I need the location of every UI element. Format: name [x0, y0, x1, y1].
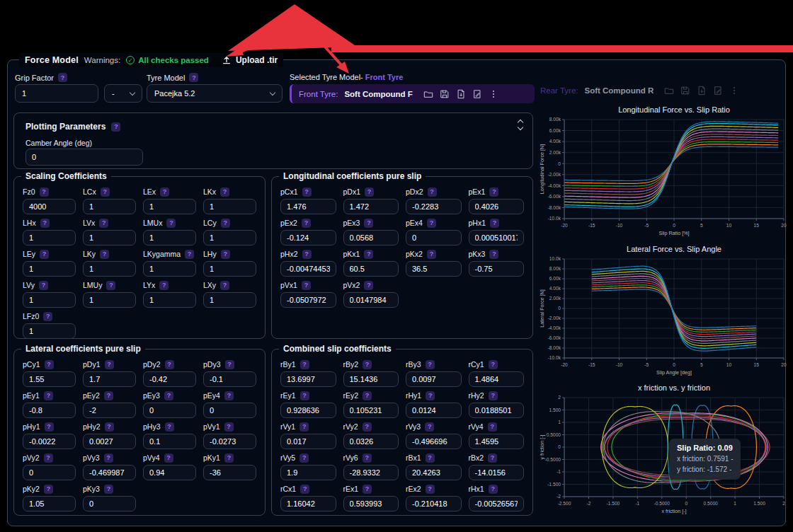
coefficient-input-pKx3[interactable]	[469, 261, 525, 277]
coefficient-input-rEx1[interactable]	[343, 496, 399, 511]
help-badge[interactable]: ?	[165, 422, 174, 432]
help-badge[interactable]: ?	[302, 187, 312, 197]
coefficient-input-LEx[interactable]	[143, 199, 196, 214]
coefficient-input-pDy1[interactable]	[83, 371, 136, 387]
help-badge[interactable]: ?	[428, 187, 437, 197]
coefficient-input-pKy2[interactable]	[23, 496, 76, 511]
coefficient-input-pDx1[interactable]	[343, 199, 399, 214]
folder-open-icon[interactable]	[664, 86, 674, 96]
help-badge[interactable]: ?	[166, 219, 176, 228]
coefficient-input-pEy2[interactable]	[83, 403, 136, 418]
coefficient-input-pHy2[interactable]	[83, 434, 136, 449]
coefficient-input-pCy1[interactable]	[23, 371, 76, 387]
coefficient-input-pVx1[interactable]	[280, 292, 336, 308]
coefficient-input-LKygamma[interactable]	[143, 261, 196, 277]
help-badge[interactable]: ?	[427, 250, 436, 259]
grip-unit-select[interactable]: -	[104, 84, 142, 103]
help-badge[interactable]: ?	[426, 453, 435, 463]
help-badge[interactable]: ?	[489, 485, 498, 494]
coefficient-input-rBy3[interactable]	[406, 371, 462, 387]
coefficient-input-pEx1[interactable]	[469, 199, 525, 214]
help-badge[interactable]: ?	[224, 422, 234, 432]
coefficient-input-LMUx[interactable]	[143, 230, 196, 245]
coefficient-input-pKx2[interactable]	[406, 261, 462, 277]
help-badge[interactable]: ?	[40, 250, 49, 259]
file-export-icon[interactable]	[456, 89, 466, 99]
coefficient-input-LCx[interactable]	[83, 199, 136, 214]
coefficient-input-pHy1[interactable]	[23, 434, 76, 449]
help-badge[interactable]: ?	[160, 187, 169, 197]
help-badge[interactable]: ?	[104, 391, 113, 400]
help-badge[interactable]: ?	[165, 360, 174, 369]
help-badge[interactable]: ?	[45, 422, 54, 432]
help-badge[interactable]: ?	[105, 422, 114, 432]
tyre-model-select[interactable]: Pacejka 5.2	[147, 84, 283, 103]
help-badge[interactable]: ?	[44, 391, 53, 400]
help-badge[interactable]: ?	[364, 281, 373, 290]
coefficient-input-pEx2[interactable]	[280, 230, 336, 245]
help-badge[interactable]: ?	[224, 453, 234, 463]
coefficient-input-pEx3[interactable]	[343, 230, 399, 245]
help-badge[interactable]: ?	[300, 391, 309, 400]
coefficient-input-pVy2[interactable]	[23, 465, 76, 480]
help-badge[interactable]: ?	[299, 422, 309, 432]
help-badge[interactable]: ?	[106, 281, 115, 290]
help-badge[interactable]: ?	[164, 453, 173, 463]
coefficient-input-LVx[interactable]	[83, 230, 136, 245]
coefficient-input-rEx2[interactable]	[406, 496, 462, 511]
coefficient-input-pEy4[interactable]	[203, 403, 256, 418]
help-badge[interactable]: ?	[300, 360, 309, 369]
help-badge[interactable]: ?	[427, 219, 436, 228]
help-badge[interactable]: ?	[164, 391, 173, 400]
coefficient-input-pHx1[interactable]	[469, 230, 525, 245]
coefficient-input-LKy[interactable]	[83, 261, 136, 277]
help-badge[interactable]: ?	[426, 360, 435, 369]
file-edit-icon[interactable]	[472, 89, 482, 99]
help-badge[interactable]: ?	[220, 187, 229, 197]
help-badge[interactable]: ?	[44, 485, 53, 494]
coefficient-input-pKx1[interactable]	[343, 261, 399, 277]
chart-svg[interactable]: x friction vs. y friction-2.500-2-1.500-…	[537, 382, 788, 521]
help-badge[interactable]: ?	[489, 187, 498, 197]
coefficient-input-pDx2[interactable]	[406, 199, 462, 214]
help-badge[interactable]: ?	[299, 453, 309, 463]
help-badge[interactable]: ?	[426, 485, 435, 494]
coefficient-input-pCx1[interactable]	[280, 199, 336, 214]
coefficient-input-pVy3[interactable]	[83, 465, 136, 480]
coefficient-input-LFz0[interactable]	[23, 323, 76, 339]
help-badge[interactable]: ?	[364, 219, 373, 228]
help-badge[interactable]: ?	[99, 219, 108, 228]
coefficient-input-pDy3[interactable]	[203, 371, 256, 387]
collapse-toggle-icon[interactable]	[518, 120, 523, 129]
help-badge[interactable]: ?	[40, 219, 50, 228]
upload-tir-button[interactable]: Upload .tir	[222, 55, 278, 65]
help-badge[interactable]: ?	[489, 360, 498, 369]
chart-lateral-force[interactable]: Lateral Force vs. Slip Angle-20-15-10-50…	[537, 243, 788, 383]
coefficient-input-rBy1[interactable]	[280, 371, 336, 387]
help-badge[interactable]: ?	[225, 360, 234, 369]
help-badge[interactable]: ?	[488, 422, 497, 432]
coefficient-input-LHy[interactable]	[203, 261, 256, 277]
help-badge[interactable]: ?	[364, 250, 373, 259]
help-badge[interactable]: ?	[489, 250, 498, 259]
coefficient-input-LEy[interactable]	[23, 261, 76, 277]
coefficient-input-LKx[interactable]	[203, 199, 256, 214]
coefficient-input-rEy1[interactable]	[280, 403, 336, 418]
help-badge[interactable]: ?	[221, 219, 230, 228]
help-badge[interactable]: ?	[302, 281, 311, 290]
chart-svg[interactable]: Lateral Force vs. Slip Angle-20-15-10-50…	[537, 243, 788, 382]
coefficient-input-Fz0[interactable]	[23, 199, 76, 214]
help-badge[interactable]: ?	[220, 281, 229, 290]
help-badge[interactable]: ?	[43, 312, 52, 321]
coefficient-input-pEx4[interactable]	[406, 230, 462, 245]
coefficient-input-rBx1[interactable]	[406, 465, 462, 480]
file-edit-icon[interactable]	[713, 86, 723, 96]
front-tyre-bar[interactable]: Front Tyre: Soft Compound F	[290, 84, 535, 103]
coefficient-input-pHx2[interactable]	[280, 261, 336, 277]
coefficient-input-rVy2[interactable]	[343, 434, 399, 449]
help-badge[interactable]: ?	[224, 391, 234, 400]
coefficient-input-pVx2[interactable]	[343, 292, 399, 308]
coefficient-input-pVy1[interactable]	[203, 434, 256, 449]
coefficient-input-rBx2[interactable]	[469, 465, 525, 480]
coefficient-input-rVy3[interactable]	[406, 434, 462, 449]
